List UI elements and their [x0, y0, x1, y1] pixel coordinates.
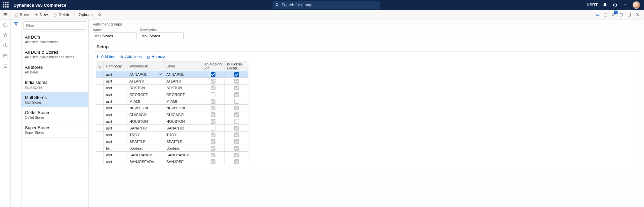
- cell-warehouse[interactable]: SEATTLE: [129, 140, 146, 144]
- table-row[interactable]: frrtBordeauBordeau: [96, 145, 248, 152]
- cell-store[interactable]: ANNAPOL: [164, 71, 201, 78]
- table-row[interactable]: usrtNEWYORKNEWYORK: [96, 105, 248, 111]
- col-pickup[interactable]: Is Pickup Locati...: [225, 61, 248, 71]
- cell-warehouse[interactable]: HOUSTON: [129, 119, 148, 123]
- cell-store[interactable]: BOSTON: [164, 85, 201, 91]
- cell-company[interactable]: usrt: [104, 125, 127, 132]
- nav-item[interactable]: Outlet StoresOutlet Stores: [22, 107, 88, 122]
- cell-warehouse[interactable]: GEORGET: [129, 93, 148, 97]
- nav-item[interactable]: India storesIndia stores: [22, 77, 88, 92]
- close-icon[interactable]: [635, 12, 640, 17]
- nav-item[interactable]: All storesAll stores: [22, 62, 88, 77]
- cell-warehouse[interactable]: MIAMI: [129, 99, 140, 103]
- chevron-down-icon[interactable]: [159, 72, 162, 76]
- cell-company[interactable]: usrt: [104, 91, 127, 98]
- nav-filter-input[interactable]: [24, 21, 86, 30]
- recent-icon[interactable]: [3, 43, 8, 49]
- modules-icon[interactable]: [3, 64, 8, 69]
- setup-section-header[interactable]: Setup: [93, 42, 640, 52]
- table-row[interactable]: usrtSANANTOSANANTO: [96, 125, 248, 132]
- attachments-icon[interactable]: 0: [611, 12, 616, 17]
- nav-item[interactable]: Mall StoresMall Stores: [22, 92, 88, 107]
- table-row[interactable]: usrtTROYTROY: [96, 132, 248, 138]
- cell-company[interactable]: usrt: [104, 158, 127, 165]
- cell-store[interactable]: SANJOSE: [164, 158, 201, 165]
- notifications-icon[interactable]: [602, 2, 608, 8]
- cell-company[interactable]: usrt: [104, 132, 127, 138]
- cell-store[interactable]: HOUSTON: [164, 118, 201, 125]
- col-select[interactable]: [96, 61, 104, 71]
- name-input[interactable]: [93, 33, 136, 39]
- cell-warehouse[interactable]: SANFRANCIS: [129, 153, 153, 157]
- nav-item[interactable]: All DC'sAll distribution centers: [22, 32, 88, 47]
- table-row[interactable]: usrtSEATTLESEATTLE: [96, 138, 248, 145]
- help-icon[interactable]: ?: [622, 2, 628, 8]
- cell-store[interactable]: NEWYORK: [164, 105, 201, 111]
- home-icon[interactable]: [3, 22, 8, 28]
- checkbox[interactable]: [211, 92, 215, 97]
- cell-warehouse[interactable]: SANJOSEADV: [129, 160, 154, 164]
- company-picker[interactable]: USRT: [587, 3, 598, 7]
- table-row[interactable]: usrtMIAMIMIAMI: [96, 98, 248, 105]
- nav-toggle-icon[interactable]: [2, 12, 9, 17]
- cell-company[interactable]: usrt: [104, 111, 127, 118]
- cell-store[interactable]: ATLANTI: [164, 78, 201, 85]
- cell-warehouse[interactable]: NEWYORK: [129, 106, 149, 110]
- cell-store[interactable]: GEORGET: [164, 91, 201, 98]
- cell-company[interactable]: usrt: [104, 105, 127, 111]
- popout-icon[interactable]: [627, 12, 632, 17]
- table-row[interactable]: usrtBOSTONBOSTON: [96, 85, 248, 91]
- cell-warehouse[interactable]: Bordeau: [129, 146, 144, 150]
- cell-warehouse[interactable]: CHICAGO: [129, 113, 147, 117]
- cell-store[interactable]: CHICAGO: [164, 111, 201, 118]
- cell-company[interactable]: usrt: [104, 78, 127, 85]
- gear-icon[interactable]: [612, 2, 618, 8]
- cell-warehouse[interactable]: SANANTO: [129, 126, 147, 130]
- cell-company[interactable]: usrt: [104, 85, 127, 91]
- checkbox[interactable]: [234, 119, 239, 124]
- description-input[interactable]: [140, 33, 184, 39]
- action-search-button[interactable]: [95, 10, 105, 19]
- filter-icon[interactable]: [14, 21, 18, 27]
- col-warehouse[interactable]: Warehouse: [127, 61, 164, 71]
- checkbox[interactable]: [234, 99, 239, 104]
- checkbox[interactable]: [211, 126, 215, 131]
- save-button[interactable]: Save: [12, 10, 32, 19]
- table-row[interactable]: usrtCHICAGOCHICAGO: [96, 111, 248, 118]
- cell-company[interactable]: usrt: [104, 98, 127, 105]
- cell-warehouse[interactable]: ATLANTI: [129, 79, 144, 83]
- cell-store[interactable]: MIAMI: [164, 98, 201, 105]
- add-line-button[interactable]: Add line: [96, 54, 115, 59]
- cell-store[interactable]: SANFRANCIS: [164, 152, 201, 158]
- col-company[interactable]: Company: [104, 61, 127, 71]
- cell-store[interactable]: SANANTO: [164, 125, 201, 132]
- cell-company[interactable]: usrt: [104, 118, 127, 125]
- cell-warehouse[interactable]: TROY: [129, 133, 140, 137]
- cell-company[interactable]: usrt: [104, 71, 127, 78]
- cell-company[interactable]: usrt: [104, 138, 127, 145]
- global-search[interactable]: Search for a page: [273, 1, 380, 9]
- options-button[interactable]: Options: [76, 10, 95, 19]
- col-shipping[interactable]: Is Shipping Loc...: [201, 61, 225, 71]
- table-row[interactable]: usrtSANJOSEADVSANJOSE: [96, 158, 248, 165]
- cell-store[interactable]: Bordeau: [164, 145, 201, 152]
- table-row[interactable]: usrtHOUSTONHOUSTON: [96, 118, 248, 125]
- col-store[interactable]: Store: [164, 61, 201, 71]
- workspaces-icon[interactable]: [3, 53, 8, 59]
- new-button[interactable]: New: [32, 10, 50, 19]
- cell-warehouse[interactable]: BOSTON: [129, 86, 145, 90]
- checkbox[interactable]: [234, 72, 239, 77]
- user-avatar[interactable]: [633, 1, 640, 9]
- nav-item[interactable]: All DC's & StoresAll distribution center…: [22, 47, 88, 62]
- delete-button[interactable]: Delete: [50, 10, 73, 19]
- nav-item[interactable]: Super StoresSuper Stores: [22, 122, 88, 138]
- table-row[interactable]: usrtGEORGETGEORGET: [96, 91, 248, 98]
- cell-store[interactable]: SEATTLE: [164, 138, 201, 145]
- table-row[interactable]: usrtATLANTIATLANTI: [96, 78, 248, 85]
- refresh-icon[interactable]: [619, 12, 624, 17]
- table-row[interactable]: usrtSANFRANCISSANFRANCIS: [96, 152, 248, 158]
- remove-button[interactable]: Remove: [147, 54, 167, 59]
- favorites-icon[interactable]: [3, 33, 8, 38]
- checkbox[interactable]: [211, 72, 215, 77]
- table-row[interactable]: usrtANNAPOLANNAPOL: [96, 71, 248, 78]
